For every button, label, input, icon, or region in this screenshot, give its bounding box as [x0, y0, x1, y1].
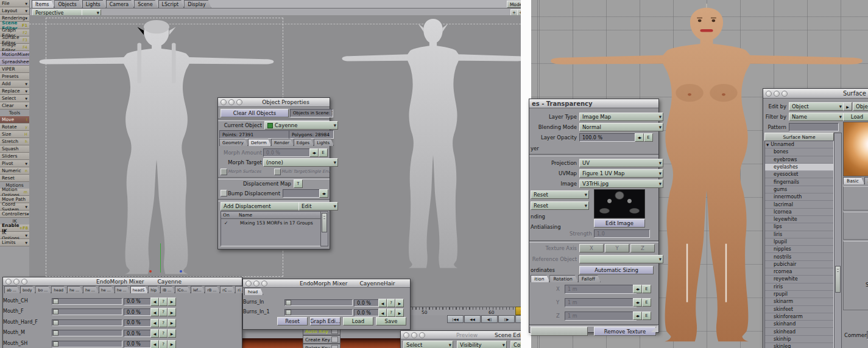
envelope-button[interactable]: E [644, 133, 653, 142]
key-button[interactable] [159, 319, 168, 327]
morph-group-tab[interactable]: he ... [115, 286, 130, 293]
morph-slider-track[interactable] [284, 299, 353, 306]
surface-item[interactable]: liris [765, 231, 833, 238]
sidebar-item[interactable]: Rotate y [0, 124, 29, 131]
nudge-right-button[interactable] [395, 308, 404, 317]
bump-distance-field[interactable] [283, 189, 324, 198]
menu-tab[interactable]: LScript [158, 0, 185, 8]
surface-item[interactable]: nipples [765, 246, 833, 253]
strength-field[interactable]: 1.0 [594, 229, 650, 238]
scene-editor-dropdown[interactable]: Select [403, 341, 453, 348]
surface-item[interactable]: skinarm [765, 298, 833, 305]
playback-button[interactable]: ◀◀ [464, 315, 481, 323]
properties-tab[interactable]: Edges [294, 139, 314, 146]
surface-item[interactable]: rpupil [765, 291, 833, 298]
texture-thumbnail[interactable] [594, 189, 645, 218]
menu-tab[interactable]: Scene [134, 0, 158, 8]
edit-dropdown[interactable]: Edit [298, 202, 338, 211]
surface-item[interactable]: riris [765, 284, 833, 291]
scale-value-field[interactable]: 1 m [565, 298, 637, 307]
key-menu-item[interactable]: Delete Key [303, 344, 340, 348]
multi-target-checkbox[interactable] [274, 169, 281, 175]
bump-displacement-checkbox[interactable] [221, 190, 227, 197]
surface-item[interactable]: bones [765, 148, 833, 156]
displacement-row[interactable]: ✓ Mixing 153 MORFs in 17 Groups [221, 219, 328, 226]
morph-surfaces-checkbox[interactable] [221, 169, 227, 175]
properties-tab[interactable]: Lights [314, 139, 334, 146]
surface-item[interactable]: leyewhite [765, 216, 833, 223]
morph-slider-value[interactable]: 0.0 % [124, 308, 153, 316]
add-displacement-dropdown[interactable]: Add Displacement [221, 202, 307, 211]
surface-item[interactable]: pubichair [765, 261, 833, 268]
blending-mode-dropdown[interactable]: Normal [579, 123, 663, 131]
axis-button[interactable]: Y [605, 244, 629, 252]
sidebar-item[interactable]: File [0, 0, 29, 7]
surface-scrollbar[interactable] [834, 133, 842, 348]
texture-tab[interactable]: ition [531, 275, 549, 282]
reset-dropdown-1[interactable]: Reset [531, 190, 589, 199]
sidebar-item[interactable]: Spreadsheet [0, 58, 29, 66]
layer-type-dropdown[interactable]: Image Map [579, 113, 663, 121]
displacement-texture-button[interactable]: T [294, 179, 303, 188]
window-minimize-icon[interactable] [411, 332, 417, 338]
preview-options-button[interactable]: ▶ [843, 102, 852, 111]
morph-group-tab[interactable]: bo ... [35, 286, 51, 293]
menu-tab[interactable]: Display [184, 0, 211, 8]
axis-button[interactable]: Z [630, 244, 655, 252]
surface-item[interactable]: fingernails [765, 178, 833, 186]
morph-slider-handle[interactable] [53, 309, 58, 315]
menu-tab[interactable]: Camera [106, 0, 134, 8]
morph-group-tab[interactable]: rC ... [220, 286, 235, 293]
window-zoom-icon[interactable] [236, 99, 242, 105]
surface-item[interactable]: skinfeet [765, 306, 833, 313]
mini-slider-icon[interactable] [309, 148, 319, 157]
nudge-left-button[interactable] [150, 319, 159, 327]
nudge-left-button[interactable] [378, 299, 387, 307]
surface-tab[interactable]: Basic [843, 177, 864, 184]
nudge-right-button[interactable] [168, 298, 176, 306]
envelope-button[interactable]: E [642, 298, 651, 307]
morph-slider-track[interactable] [52, 298, 122, 305]
window-close-icon[interactable] [5, 279, 12, 285]
properties-tab[interactable]: Geometry [219, 139, 248, 146]
morph-group-tab[interactable]: lB ... [160, 286, 175, 293]
morph-group-tab[interactable]: head [244, 288, 263, 295]
key-button[interactable] [159, 329, 168, 338]
texture-tab[interactable]: Falloff [578, 275, 601, 282]
key-menu-item[interactable]: Create Key [303, 335, 340, 344]
surface-item[interactable]: eyesocket [765, 171, 833, 178]
window-close-icon[interactable] [403, 332, 409, 338]
sidebar-item[interactable]: Add [0, 80, 29, 88]
sidebar-item[interactable]: Numeric n [0, 167, 29, 175]
morph-slider-value[interactable]: 0.0 % [124, 330, 153, 337]
surface-item[interactable]: skinleg [765, 343, 833, 348]
morph-group-tab[interactable]: hip [148, 286, 160, 293]
key-button[interactable] [159, 298, 168, 306]
nudge-right-button[interactable] [168, 319, 176, 327]
pattern-input[interactable] [789, 123, 839, 131]
morph-group-tab[interactable]: he ... [67, 286, 83, 293]
morph-slider-handle[interactable] [53, 330, 58, 336]
properties-tab[interactable]: Deform [248, 139, 271, 146]
mixer-button[interactable]: Save [376, 317, 406, 325]
surface-tree-root[interactable]: ▼ Unnamed [765, 141, 833, 148]
sidebar-item[interactable]: Presets [0, 73, 29, 80]
layer-opacity-field[interactable]: 100.0 % [579, 133, 639, 142]
uvmap-dropdown[interactable]: Figure 1 UV Map [579, 169, 663, 178]
image-dropdown[interactable]: V3TrHi.jpg [579, 179, 663, 188]
morph-group-tab[interactable]: head [51, 286, 67, 293]
morph-group-tab[interactable]: rB ... [205, 286, 220, 293]
morph-slider-track[interactable] [52, 319, 122, 326]
objects-dropdown[interactable]: Objects [853, 102, 868, 111]
scale-value-field[interactable]: 1 m [565, 285, 637, 294]
transparency-titlebar[interactable]: es - Transparency [529, 99, 658, 108]
sidebar-item[interactable]: Limits [0, 239, 29, 246]
playback-button[interactable]: ◀|| [481, 315, 498, 323]
nudge-left-button[interactable] [150, 308, 159, 316]
mini-slider-icon[interactable] [633, 298, 642, 307]
sidebar-item[interactable]: Select [0, 95, 29, 102]
object-properties-titlebar[interactable]: Object Properties [218, 98, 330, 107]
bottom-left-button[interactable] [531, 327, 588, 336]
morph-slider-value[interactable]: 0.0 % [124, 319, 153, 327]
key-button[interactable] [387, 308, 395, 317]
